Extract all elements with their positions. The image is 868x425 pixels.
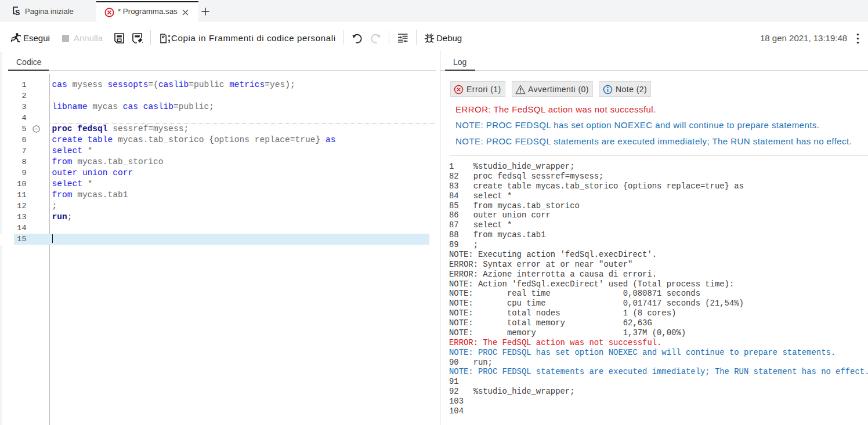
svg-text:S: S bbox=[15, 9, 20, 17]
